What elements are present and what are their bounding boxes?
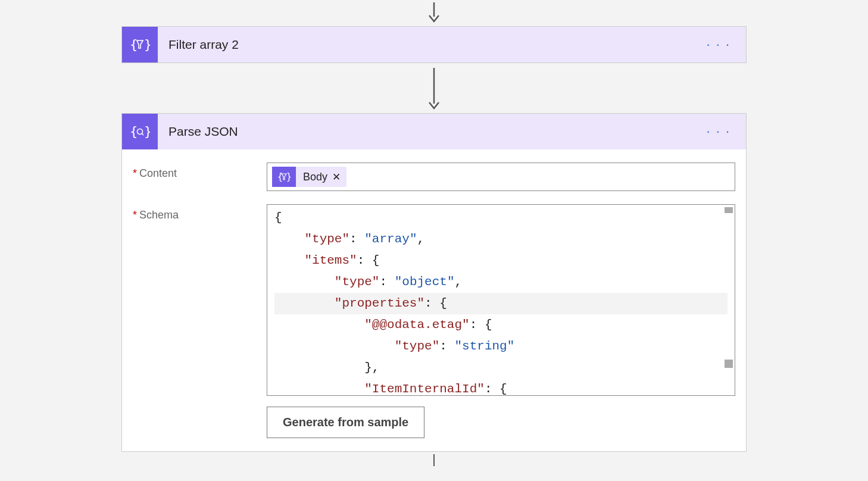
action-card-parse-json: { } Parse JSON · · · *Content bbox=[121, 113, 747, 452]
code-text: "type" bbox=[335, 275, 380, 289]
arrow-connector-middle bbox=[425, 68, 443, 111]
card-header-parse-json[interactable]: { } Parse JSON · · · bbox=[122, 114, 746, 149]
svg-line-7 bbox=[142, 133, 143, 135]
svg-text:}: } bbox=[286, 171, 291, 182]
generate-from-sample-button[interactable]: Generate from sample bbox=[267, 407, 424, 438]
data-operations-filter-icon: { } bbox=[122, 27, 158, 63]
schema-field-label: *Schema bbox=[133, 204, 267, 221]
dynamic-content-token-body[interactable]: { } Body ✕ bbox=[272, 167, 346, 187]
svg-text:{: { bbox=[277, 171, 283, 182]
code-text: "string" bbox=[454, 339, 514, 353]
svg-text:{: { bbox=[130, 124, 138, 139]
schema-textarea[interactable]: { "type": "array", "items": { "type": "o… bbox=[267, 204, 735, 396]
data-operations-parse-json-icon: { } bbox=[122, 114, 158, 149]
svg-line-8 bbox=[139, 129, 141, 134]
card-header-filter-array-2[interactable]: { } Filter array 2 · · · bbox=[122, 27, 746, 63]
action-card-filter-array-2[interactable]: { } Filter array 2 · · · bbox=[121, 26, 747, 63]
card-title: Filter array 2 bbox=[168, 38, 701, 52]
svg-text:{: { bbox=[130, 37, 138, 52]
card-title: Parse JSON bbox=[168, 124, 701, 139]
code-text: "items" bbox=[304, 254, 357, 267]
arrow-connector-bottom bbox=[433, 454, 435, 466]
scrollbar-thumb[interactable] bbox=[725, 360, 733, 368]
code-text: { bbox=[274, 211, 282, 224]
svg-text:}: } bbox=[144, 124, 150, 139]
code-text: "ItemInternalId" bbox=[364, 382, 485, 396]
data-operations-icon: { } bbox=[272, 167, 296, 187]
scrollbar-thumb[interactable] bbox=[725, 207, 733, 213]
svg-text:}: } bbox=[144, 37, 150, 52]
token-remove-button[interactable]: ✕ bbox=[332, 171, 341, 183]
code-text: "object" bbox=[395, 275, 455, 289]
code-text: "type" bbox=[304, 232, 349, 246]
arrow-connector-top bbox=[425, 2, 443, 24]
code-text: "type" bbox=[395, 339, 440, 353]
token-label: Body bbox=[303, 171, 327, 183]
content-input[interactable]: { } Body ✕ bbox=[267, 163, 735, 191]
content-field-label: *Content bbox=[133, 163, 267, 180]
card-menu-button[interactable]: · · · bbox=[701, 35, 735, 55]
card-menu-button[interactable]: · · · bbox=[701, 121, 735, 142]
code-text: "@@odata.etag" bbox=[364, 318, 469, 332]
code-text: "properties" bbox=[335, 296, 424, 310]
code-text: "array" bbox=[364, 232, 417, 246]
code-text: }, bbox=[364, 361, 379, 374]
